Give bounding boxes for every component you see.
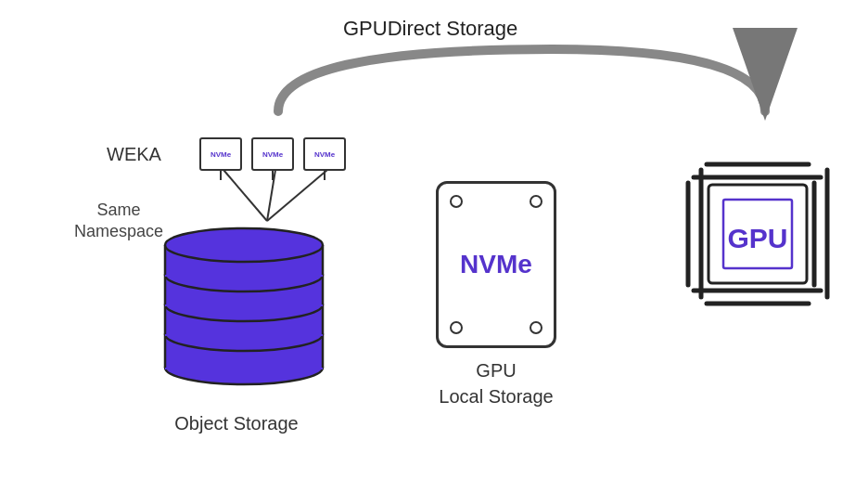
diagram: GPUDirect Storage WEKA Same Namespace NV… bbox=[0, 0, 868, 479]
nvme-chips-row: NVMe NVMe NVMe bbox=[199, 137, 346, 171]
svg-text:GPU: GPU bbox=[727, 223, 787, 253]
nvme-card-corner-br bbox=[530, 321, 542, 334]
nvme-card-corner-bl bbox=[450, 321, 463, 334]
object-storage-label: Object Storage bbox=[153, 413, 320, 434]
nvme-chip-2: NVMe bbox=[251, 137, 294, 171]
weka-label: WEKA bbox=[107, 144, 161, 165]
namespace-label: Same Namespace bbox=[74, 200, 163, 243]
nvme-chip-3: NVMe bbox=[303, 137, 346, 171]
nvme-card-corner-tl bbox=[450, 195, 463, 208]
svg-point-20 bbox=[165, 228, 323, 262]
nvme-chip-1: NVMe bbox=[199, 137, 242, 171]
gpu-local-label: GPU Local Storage bbox=[427, 357, 566, 409]
nvme-card-text: NVMe bbox=[460, 250, 532, 279]
disk-stack-svg bbox=[156, 212, 332, 383]
nvme-local-card: NVMe bbox=[436, 181, 556, 348]
gpu-chip-svg: GPU bbox=[668, 144, 849, 325]
nvme-card-corner-tr bbox=[530, 195, 542, 208]
